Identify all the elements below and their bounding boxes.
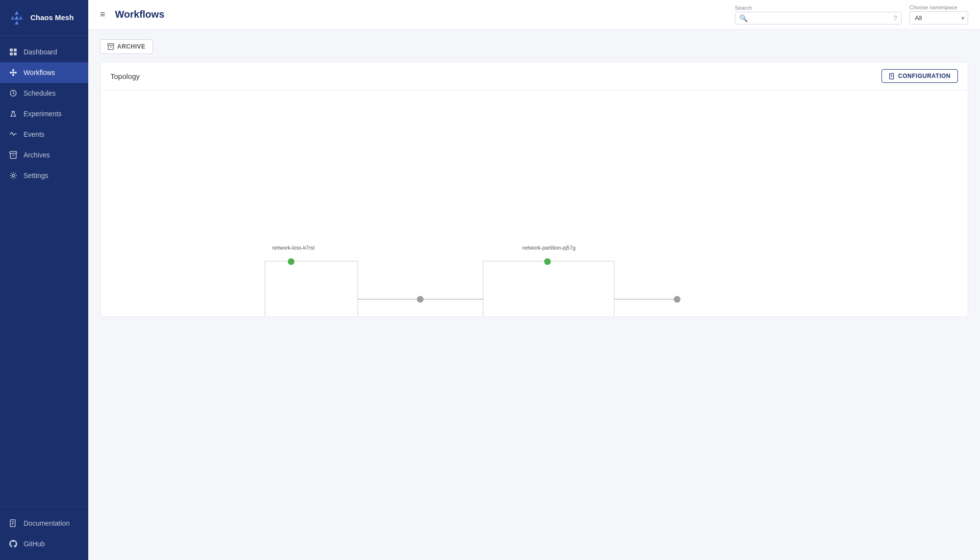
svg-marker-5 [15,16,19,20]
topology-canvas: network-loss-k7rst network-delay-wj294 n… [101,90,968,316]
svg-point-20 [12,175,15,177]
namespace-select[interactable]: All default kube-system [909,11,968,25]
search-label: Search [735,5,902,11]
svg-marker-1 [15,11,19,15]
sidebar-item-experiments-label: Experiments [24,110,62,118]
svg-point-12 [15,72,17,74]
github-icon [9,539,18,548]
search-container: Search 🔍 ? [735,5,902,25]
svg-point-35 [674,296,680,303]
configuration-button-label: CONFIGURATION [898,73,951,79]
sidebar-item-archives[interactable]: Archives [0,145,88,165]
sidebar-item-dashboard-label: Dashboard [24,48,57,56]
sidebar-nav: Dashboard Workflows Schedules Experiment… [0,36,88,507]
workflow-icon [9,68,18,77]
namespace-wrap: All default kube-system ▾ [909,11,968,25]
sidebar-item-experiments[interactable]: Experiments [0,103,88,124]
topology-card: Topology CONFIGURATION [100,62,968,317]
main-content: ≡ Workflows Search 🔍 ? Choose namespace … [88,0,980,560]
svg-point-11 [12,69,14,71]
menu-icon: ≡ [100,9,105,20]
docs-icon [9,519,18,528]
topology-title: Topology [110,72,140,80]
content-area: ARCHIVE Topology CONFIGURATION [88,29,980,560]
topology-header: Topology CONFIGURATION [101,62,968,90]
svg-rect-9 [14,52,17,55]
search-icon: 🔍 [739,14,748,22]
header: ≡ Workflows Search 🔍 ? Choose namespace … [88,0,980,29]
svg-rect-30 [265,261,358,316]
configuration-button[interactable]: CONFIGURATION [881,69,958,83]
logo-text: Chaos Mesh [30,13,74,22]
archive-icon [9,151,18,159]
sidebar-item-documentation[interactable]: Documentation [0,513,88,534]
svg-rect-25 [108,44,114,46]
schedule-icon [9,89,18,98]
svg-rect-31 [483,261,614,316]
archive-button-label: ARCHIVE [117,43,146,50]
svg-rect-7 [14,49,17,51]
logo: Chaos Mesh [0,0,88,36]
svg-point-41 [544,258,551,265]
svg-marker-2 [11,16,15,20]
sidebar-item-settings-label: Settings [24,172,49,179]
events-icon [9,130,18,139]
sidebar-bottom: Documentation GitHub [0,507,88,560]
sidebar-item-dashboard[interactable]: Dashboard [0,42,88,62]
sidebar-item-github[interactable]: GitHub [0,534,88,554]
dashboard-icon [9,48,18,56]
svg-rect-6 [10,49,13,51]
sidebar-item-schedules[interactable]: Schedules [0,83,88,103]
svg-point-37 [288,258,295,265]
archive-button-icon [107,43,114,50]
svg-marker-3 [19,16,23,20]
svg-point-13 [12,74,14,76]
archive-button[interactable]: ARCHIVE [100,39,153,54]
sidebar-item-events[interactable]: Events [0,124,88,145]
topology-svg: network-loss-k7rst network-delay-wj294 n… [101,90,968,316]
namespace-label: Choose namespace [909,4,968,10]
sidebar-item-documentation-label: Documentation [24,519,70,527]
search-input-wrap: 🔍 ? [735,12,902,25]
sidebar-item-workflows[interactable]: Workflows [0,62,88,83]
sidebar-item-github-label: GitHub [24,540,45,548]
svg-text:network-partition-pj57g: network-partition-pj57g [522,245,576,251]
settings-icon [9,171,18,180]
svg-point-10 [10,72,12,74]
search-help-icon[interactable]: ? [893,14,897,22]
page-title: Workflows [115,9,727,20]
sidebar-item-schedules-label: Schedules [24,89,55,97]
svg-rect-8 [10,52,13,55]
svg-rect-18 [10,152,17,153]
sidebar-item-workflows-label: Workflows [24,69,55,76]
search-input[interactable] [751,14,890,22]
sidebar: Chaos Mesh Dashboard Workflows Schedules… [0,0,88,560]
svg-text:network-loss-k7rst: network-loss-k7rst [272,245,315,251]
sidebar-item-archives-label: Archives [24,151,50,159]
sidebar-item-events-label: Events [24,130,45,138]
chaos-mesh-logo-icon [8,9,25,26]
configuration-button-icon [889,73,895,79]
svg-point-33 [417,296,424,303]
namespace-container: Choose namespace All default kube-system… [909,4,968,25]
sidebar-item-settings[interactable]: Settings [0,165,88,186]
svg-marker-4 [15,21,19,25]
experiment-icon [9,109,18,118]
